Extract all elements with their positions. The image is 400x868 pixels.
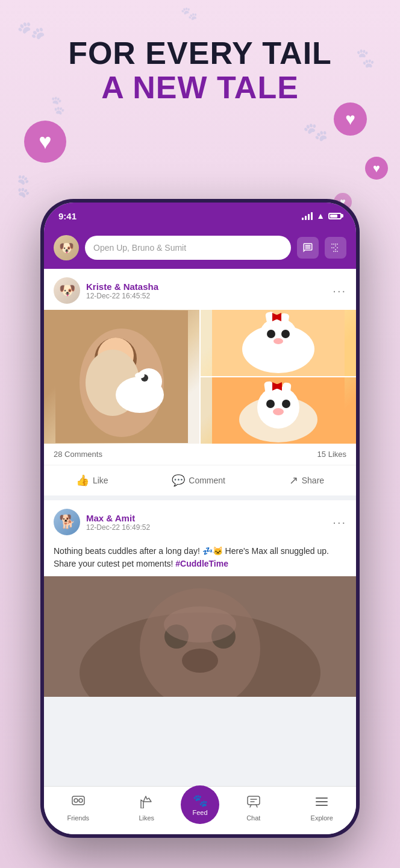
svg-point-20 — [274, 315, 279, 319]
like-label: Like — [93, 476, 108, 485]
hero-line1: FOR EVERY TAIL — [0, 36, 400, 71]
likes-label: Likes — [139, 814, 154, 822]
search-input[interactable]: Open Up, Bruno & Sumit — [85, 236, 291, 260]
share-button[interactable]: ↗ Share — [277, 468, 336, 493]
post-stats: 28 Comments 15 Likes — [44, 444, 356, 465]
feed-icon: 🐾 — [193, 793, 208, 808]
post-header: 🐶 Kriste & Natasha 12-Dec-22 16:45:52 ··… — [44, 269, 356, 310]
search-bar: 🐶 Open Up, Bruno & Sumit — [44, 229, 356, 269]
status-bar: 9:41 ▲ — [44, 203, 356, 229]
svg-point-37 — [182, 649, 218, 673]
phone-frame: 9:41 ▲ 🐶 Open Up, Bruno & Sumit — [40, 199, 360, 838]
wifi-icon: ▲ — [316, 211, 325, 221]
post-text: Nothing beats cuddles after a long day! … — [44, 541, 356, 576]
explore-label: Explore — [311, 814, 333, 822]
likes-count: 15 Likes — [317, 450, 346, 459]
svg-point-15 — [273, 338, 283, 344]
hero-line2: A NEW TALE — [0, 71, 400, 105]
signal-icon — [302, 212, 313, 220]
svg-point-24 — [266, 400, 275, 408]
status-indicators: ▲ — [302, 211, 342, 221]
post-time-2: 12-Dec-22 16:49:52 — [86, 523, 327, 532]
svg-point-13 — [267, 330, 275, 338]
chat-label: Chat — [246, 814, 260, 822]
post-more-button[interactable]: ··· — [333, 284, 346, 298]
post-card: 🐶 Kriste & Natasha 12-Dec-22 16:45:52 ··… — [44, 269, 356, 495]
post-time: 12-Dec-22 16:45:52 — [86, 292, 327, 300]
svg-point-25 — [282, 400, 290, 408]
like-button[interactable]: 👍 Like — [64, 468, 120, 493]
nav-explore[interactable]: Explore — [288, 795, 357, 826]
status-time: 9:41 — [58, 211, 77, 221]
chat-icon — [246, 795, 261, 812]
svg-point-40 — [74, 799, 78, 802]
like-icon: 👍 — [76, 474, 89, 487]
nav-chat[interactable]: Chat — [219, 795, 288, 826]
svg-point-14 — [281, 330, 290, 338]
bottom-nav: Friends Likes 🐾 Feed — [44, 786, 356, 834]
friends-icon — [71, 795, 86, 812]
svg-rect-42 — [248, 796, 260, 805]
nav-likes[interactable]: Likes — [113, 795, 181, 826]
compose-button[interactable] — [297, 237, 319, 259]
explore-icon — [314, 795, 329, 812]
svg-point-9 — [152, 376, 161, 380]
feed-label: Feed — [192, 809, 207, 816]
svg-point-8 — [135, 373, 145, 379]
post-image-large — [44, 576, 356, 697]
photo-cell-bottom[interactable] — [201, 377, 356, 444]
filter-button[interactable] — [325, 237, 346, 259]
post-more-button-2[interactable]: ··· — [333, 515, 346, 529]
user-avatar[interactable]: 🐶 — [54, 235, 79, 260]
nav-feed[interactable]: 🐾 Feed — [181, 785, 219, 824]
post-avatar[interactable]: 🐶 — [54, 277, 80, 304]
share-icon: ↗ — [289, 474, 298, 487]
post-actions: 👍 Like 💬 Comment ↗ Share — [44, 465, 356, 495]
post-photo-grid — [44, 310, 356, 444]
comment-button[interactable]: 💬 Comment — [160, 468, 237, 493]
post-header-2: 🐕 Max & Amit 12-Dec-22 16:49:52 ··· — [44, 500, 356, 541]
svg-point-41 — [79, 799, 83, 802]
comments-count: 28 Comments — [54, 450, 102, 459]
svg-point-6 — [136, 368, 162, 395]
post-author: Kriste & Natasha — [86, 281, 327, 292]
svg-point-38 — [164, 606, 236, 643]
search-actions — [297, 237, 346, 259]
feed-content: 🐶 Kriste & Natasha 12-Dec-22 16:45:52 ··… — [44, 269, 356, 787]
phone-screen: 9:41 ▲ 🐶 Open Up, Bruno & Sumit — [44, 203, 356, 834]
post-card-2: 🐕 Max & Amit 12-Dec-22 16:49:52 ··· Noth… — [44, 500, 356, 697]
nav-friends[interactable]: Friends — [44, 795, 113, 826]
hashtag[interactable]: #CuddleTime — [175, 559, 228, 568]
svg-point-26 — [273, 408, 284, 415]
friends-label: Friends — [67, 814, 89, 822]
likes-icon — [139, 795, 154, 812]
comment-icon: 💬 — [172, 474, 185, 487]
photo-cell-main[interactable] — [44, 310, 199, 444]
post-meta-2: Max & Amit 12-Dec-22 16:49:52 — [86, 513, 327, 532]
battery-icon — [328, 213, 342, 219]
svg-point-31 — [275, 384, 280, 389]
hero-section: FOR EVERY TAIL A NEW TALE — [0, 36, 400, 105]
share-label: Share — [302, 476, 324, 485]
comment-label: Comment — [189, 476, 225, 485]
post-avatar-2[interactable]: 🐕 — [54, 509, 80, 535]
svg-point-12 — [259, 318, 298, 356]
svg-point-23 — [257, 386, 299, 429]
post-author-2: Max & Amit — [86, 513, 327, 523]
photo-cell-top[interactable] — [201, 310, 356, 376]
post-meta: Kriste & Natasha 12-Dec-22 16:45:52 — [86, 281, 327, 300]
